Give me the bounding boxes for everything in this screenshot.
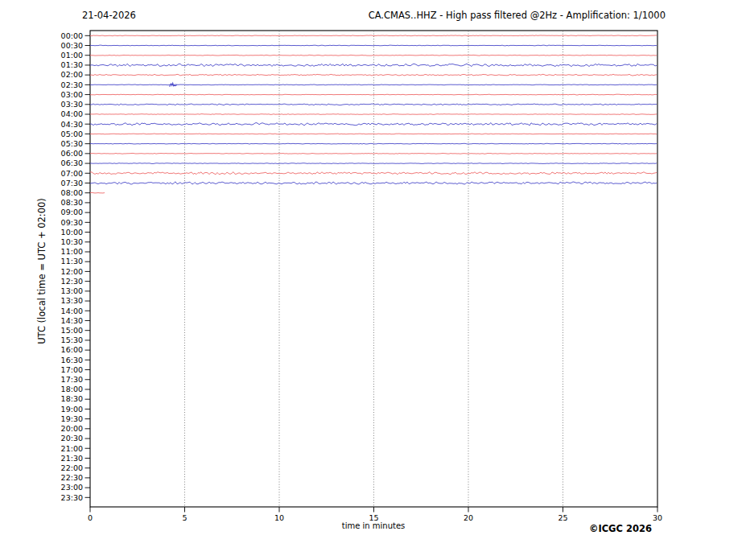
y-tick-label: 19:00 — [61, 405, 83, 414]
figure-title: CA.CMAS..HHZ - High pass filtered @2Hz -… — [369, 10, 666, 21]
y-tick-label: 06:00 — [61, 149, 83, 158]
y-tick-label: 10:00 — [61, 228, 83, 237]
y-tick-label: 05:00 — [61, 130, 83, 138]
y-tick-label: 07:00 — [61, 169, 83, 178]
y-tick-label: 00:30 — [61, 41, 83, 50]
y-tick-label: 21:00 — [61, 444, 83, 453]
y-tick-label: 19:30 — [61, 414, 83, 423]
x-axis-title: time in minutes — [342, 521, 406, 530]
y-tick-label: 15:00 — [61, 326, 83, 335]
y-tick-label: 04:00 — [61, 109, 83, 118]
y-tick-label: 21:30 — [61, 454, 83, 463]
y-tick-label: 01:30 — [61, 60, 83, 69]
y-tick-label: 18:00 — [61, 385, 83, 393]
y-tick-label: 16:00 — [61, 345, 83, 354]
seismogram-trace — [90, 134, 657, 134]
y-tick-label: 20:30 — [61, 434, 83, 443]
x-tick-label: 0 — [88, 513, 93, 522]
y-tick-label: 13:30 — [61, 296, 83, 305]
figure-date: 21-04-2026 — [82, 10, 136, 21]
y-tick-label: 02:00 — [61, 70, 83, 79]
x-tick-label: 25 — [558, 513, 567, 522]
x-tick-label: 10 — [274, 513, 284, 522]
y-tick-label: 04:30 — [61, 120, 83, 129]
y-tick-label: 12:30 — [61, 277, 83, 286]
y-tick-label: 03:00 — [61, 90, 83, 99]
y-tick-label: 10:30 — [61, 237, 83, 246]
y-tick-label: 14:00 — [61, 307, 83, 315]
y-axis-title: UTC (local time = UTC + 02:00) — [36, 198, 47, 344]
helicorder-figure: 21-04-2026 CA.CMAS..HHZ - High pass filt… — [0, 0, 746, 560]
seismogram-plot: 05101520253000:0000:3001:0001:3002:0002:… — [0, 0, 746, 560]
x-tick-label: 5 — [182, 513, 187, 522]
y-tick-label: 17:00 — [61, 365, 83, 374]
y-tick-label: 18:30 — [61, 394, 83, 403]
y-tick-label: 02:30 — [61, 80, 83, 89]
y-tick-label: 08:00 — [61, 188, 83, 197]
y-tick-label: 22:30 — [61, 473, 83, 482]
y-tick-label: 09:00 — [61, 208, 83, 216]
x-tick-label: 20 — [464, 513, 473, 522]
x-tick-label: 30 — [653, 513, 662, 522]
y-tick-label: 08:30 — [61, 198, 83, 207]
y-tick-label: 09:30 — [61, 218, 83, 227]
y-tick-label: 00:00 — [61, 31, 83, 40]
copyright-label: ©ICGC 2026 — [589, 523, 652, 534]
y-tick-label: 17:30 — [61, 375, 83, 384]
y-tick-label: 06:30 — [61, 159, 83, 167]
y-tick-label: 11:00 — [61, 247, 83, 256]
y-tick-label: 20:00 — [61, 424, 83, 433]
y-tick-label: 05:30 — [61, 139, 83, 148]
y-tick-label: 15:30 — [61, 336, 83, 344]
y-tick-label: 14:30 — [61, 316, 83, 325]
y-tick-label: 01:00 — [61, 51, 83, 60]
y-tick-label: 23:00 — [61, 483, 83, 492]
y-tick-label: 16:30 — [61, 356, 83, 364]
x-tick-label: 15 — [369, 513, 378, 522]
y-tick-label: 22:00 — [61, 463, 83, 472]
y-tick-label: 07:30 — [61, 179, 83, 187]
y-tick-label: 11:30 — [61, 257, 83, 266]
y-tick-label: 23:30 — [61, 493, 83, 502]
y-tick-label: 12:00 — [61, 267, 83, 276]
y-tick-label: 03:30 — [61, 100, 83, 109]
y-tick-label: 13:00 — [61, 286, 83, 295]
